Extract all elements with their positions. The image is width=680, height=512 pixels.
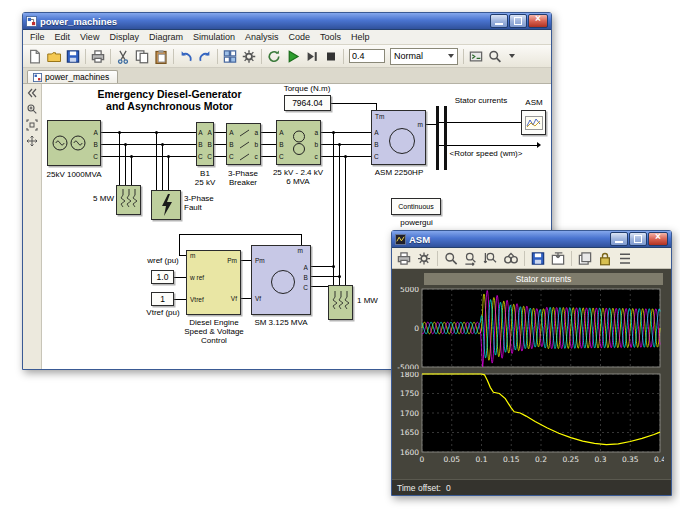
step-forward-icon[interactable] bbox=[303, 48, 321, 65]
transformer-block[interactable]: A B C a b c bbox=[276, 120, 321, 165]
lock-axes-icon[interactable] bbox=[596, 250, 614, 267]
copy-icon[interactable] bbox=[133, 48, 151, 65]
save-model-icon[interactable] bbox=[64, 48, 82, 65]
scope-screen-icon bbox=[525, 116, 543, 130]
menu-help[interactable]: Help bbox=[346, 32, 375, 42]
restore-axes-icon[interactable] bbox=[549, 250, 567, 267]
governor-port-m: m bbox=[190, 253, 195, 260]
autoscale-icon[interactable] bbox=[502, 250, 520, 267]
scope-statusbar: Time offset: 0 bbox=[392, 479, 671, 495]
bus-b1-block[interactable]: A B C A B C bbox=[196, 122, 214, 166]
menu-analysis[interactable]: Analysis bbox=[240, 32, 284, 42]
asm-motor-block[interactable]: Tm A B C m bbox=[371, 110, 426, 165]
scope-close-button[interactable] bbox=[648, 232, 668, 246]
breaker-block[interactable]: A B C a b c bbox=[226, 123, 261, 165]
open-model-icon[interactable] bbox=[45, 48, 63, 65]
menu-view[interactable]: View bbox=[75, 32, 104, 42]
menu-file[interactable]: File bbox=[25, 32, 50, 42]
run-icon[interactable] bbox=[284, 48, 302, 65]
vtref-constant-block[interactable]: 1 bbox=[151, 292, 174, 306]
scope-block-label: ASM bbox=[518, 98, 550, 107]
update-diagram-icon[interactable] bbox=[265, 48, 283, 65]
transformer-coils-icon bbox=[291, 128, 307, 158]
svg-text:0: 0 bbox=[414, 324, 419, 333]
junction-dot bbox=[161, 143, 164, 146]
maximize-button[interactable] bbox=[509, 14, 527, 28]
stop-time-input[interactable] bbox=[349, 49, 385, 63]
menu-display[interactable]: Display bbox=[104, 32, 144, 42]
new-model-icon[interactable] bbox=[26, 48, 44, 65]
toolbar-overflow-icon[interactable] bbox=[509, 54, 515, 58]
governor-block[interactable]: m w ref Vtref Pm Vf bbox=[186, 250, 241, 315]
scope-app-icon bbox=[395, 234, 406, 245]
sm-port-pm: Pm bbox=[255, 258, 265, 265]
bus-selector-block[interactable] bbox=[436, 106, 439, 170]
scope-block[interactable] bbox=[521, 110, 546, 135]
floating-scope-icon[interactable] bbox=[576, 250, 594, 267]
fault-block[interactable] bbox=[151, 190, 181, 220]
junction-dot bbox=[338, 143, 341, 146]
wire bbox=[261, 156, 276, 157]
svg-text:0.4: 0.4 bbox=[654, 455, 664, 464]
print-icon[interactable] bbox=[395, 250, 413, 267]
save-axes-icon[interactable] bbox=[529, 250, 547, 267]
model-titlebar[interactable]: power_machines bbox=[23, 13, 551, 30]
svg-text:0.05: 0.05 bbox=[443, 455, 460, 464]
find-icon[interactable] bbox=[486, 48, 504, 65]
fit-view-icon[interactable] bbox=[26, 119, 38, 131]
sim-mode-select[interactable]: Normal bbox=[390, 48, 458, 65]
menu-code[interactable]: Code bbox=[283, 32, 315, 42]
powergui-block[interactable]: Continuous bbox=[391, 198, 441, 215]
svg-text:1650: 1650 bbox=[400, 428, 419, 437]
scope-titlebar[interactable]: ASM bbox=[392, 231, 671, 248]
torque-display-block[interactable]: 7964.04 bbox=[284, 95, 331, 111]
scope-maximize-button[interactable] bbox=[629, 232, 647, 246]
menu-simulation[interactable]: Simulation bbox=[188, 32, 240, 42]
zoom-y-icon[interactable] bbox=[482, 250, 500, 267]
build-icon[interactable] bbox=[467, 48, 485, 65]
governor-port-vtref: Vtref bbox=[190, 297, 204, 304]
bus-ports-left: A B C bbox=[198, 127, 203, 163]
menu-edit[interactable]: Edit bbox=[50, 32, 76, 42]
sync-machine-block[interactable]: Pm Vf m A B C bbox=[251, 245, 311, 315]
hide-browser-icon[interactable] bbox=[26, 87, 38, 99]
scope-minimize-button[interactable] bbox=[610, 232, 628, 246]
breaker-ports-out: a b c bbox=[254, 127, 258, 163]
zoom-icon[interactable] bbox=[442, 250, 460, 267]
mux-block[interactable] bbox=[444, 106, 447, 170]
zoom-in-icon[interactable] bbox=[26, 103, 38, 115]
menu-diagram[interactable]: Diagram bbox=[144, 32, 188, 42]
signal-selection-icon[interactable] bbox=[616, 250, 634, 267]
sm-port-vf: Vf bbox=[255, 296, 261, 303]
undo-icon[interactable] bbox=[177, 48, 195, 65]
load-5mw-block[interactable] bbox=[116, 185, 141, 215]
model-settings-icon[interactable] bbox=[240, 48, 258, 65]
paste-icon[interactable] bbox=[152, 48, 170, 65]
wire bbox=[447, 145, 537, 146]
minimize-button[interactable] bbox=[490, 14, 508, 28]
stop-icon[interactable] bbox=[322, 48, 340, 65]
parameters-icon[interactable] bbox=[415, 250, 433, 267]
wref-constant-block[interactable]: 1.0 bbox=[151, 270, 174, 284]
asm-ports-in: A B C bbox=[374, 127, 379, 163]
governor-port-wref: w ref bbox=[190, 275, 204, 282]
pan-icon[interactable] bbox=[26, 135, 38, 147]
close-button[interactable] bbox=[528, 14, 548, 28]
load-1mw-block[interactable] bbox=[328, 285, 353, 320]
menu-tools[interactable]: Tools bbox=[315, 32, 346, 42]
chevron-down-icon bbox=[448, 54, 454, 58]
print-icon[interactable] bbox=[89, 48, 107, 65]
source-block[interactable]: A B C bbox=[47, 120, 101, 166]
redo-icon[interactable] bbox=[196, 48, 214, 65]
bus-ports-right: A B C bbox=[207, 127, 212, 163]
cut-icon[interactable] bbox=[114, 48, 132, 65]
simulink-app-icon bbox=[26, 16, 37, 27]
wire bbox=[179, 234, 180, 256]
torque-display-title: Torque (N.m) bbox=[272, 84, 342, 93]
svg-text:0.35: 0.35 bbox=[622, 455, 639, 464]
breaker-switch-icon bbox=[239, 127, 250, 163]
zoom-x-icon[interactable] bbox=[462, 250, 480, 267]
svg-text:-5000: -5000 bbox=[397, 363, 419, 370]
library-browser-icon[interactable] bbox=[221, 48, 239, 65]
tab-power-machines[interactable]: power_machines bbox=[27, 70, 118, 83]
